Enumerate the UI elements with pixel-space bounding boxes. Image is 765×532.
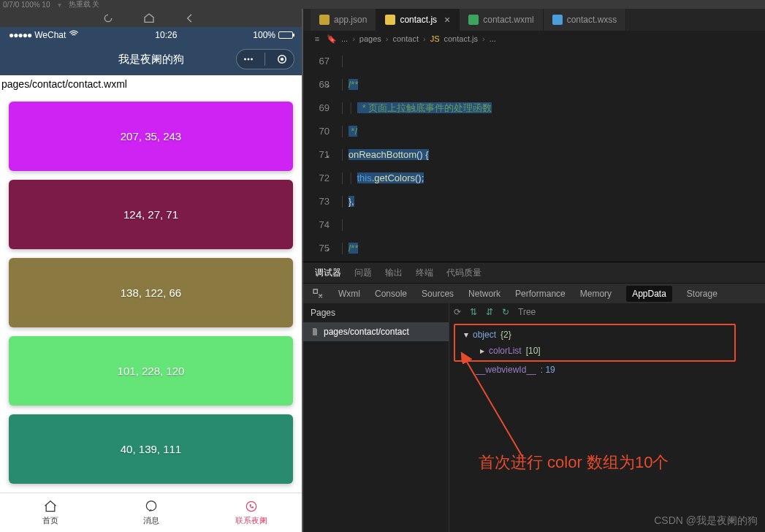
file-icon: [311, 327, 319, 336]
carrier-label: WeChat: [34, 30, 66, 40]
structure-icon[interactable]: ≡: [312, 34, 322, 44]
bookmark-icon[interactable]: 🔖: [327, 34, 337, 44]
tool-icon[interactable]: ↻: [502, 307, 509, 317]
annotation-text: 首次进行 color 数组为10个: [479, 452, 669, 474]
color-item[interactable]: 124, 27, 71: [9, 180, 293, 249]
editor-tab[interactable]: contact.wxml: [460, 9, 543, 31]
bc-pages[interactable]: pages: [359, 34, 381, 43]
pages-title: Pages: [303, 303, 449, 322]
devtools-tab[interactable]: Storage: [687, 289, 718, 299]
wifi-icon: [69, 29, 79, 42]
debugger-primary-tabs: 调试器问题输出终端代码质量: [303, 262, 765, 283]
tab-label: app.json: [334, 15, 367, 25]
inspect-icon[interactable]: [312, 288, 324, 300]
debugger-tab[interactable]: 代码质量: [446, 267, 482, 279]
target-icon[interactable]: [275, 53, 289, 66]
debugger-tab[interactable]: 终端: [416, 267, 433, 279]
phone-icon: [244, 499, 259, 514]
debugger-body: Pages pages/contact/contact ⟳ ⇅ ⇵ ↻ Tree: [303, 303, 765, 532]
line-gutter: 6768⌄697071⌄72737475⌄: [303, 47, 340, 262]
phone-tabbar: 首页消息联系夜阑: [0, 493, 302, 532]
watermark: CSDN @我是夜阑的狗: [654, 514, 758, 528]
close-icon[interactable]: ×: [444, 14, 450, 26]
tab-label: contact.js: [400, 15, 437, 25]
tree-toolbar: ⟳ ⇅ ⇵ ↻ Tree: [449, 303, 765, 321]
color-item[interactable]: 40, 139, 111: [9, 414, 293, 484]
devtools-tabs: WxmlConsoleSourcesNetworkPerformanceMemo…: [303, 283, 765, 303]
color-item[interactable]: 101, 228, 120: [9, 336, 293, 406]
devtools-tab[interactable]: Console: [375, 289, 407, 299]
page-path-text: pages/contact/contact.wxml: [0, 75, 302, 93]
tabbar-item[interactable]: 联系夜阑: [201, 493, 302, 532]
svg-point-6: [247, 501, 256, 511]
simulator-toolbar: [0, 9, 302, 27]
tab-label: contact.wxss: [567, 15, 617, 25]
devtools-tab[interactable]: Performance: [515, 289, 566, 299]
editor-tabs: app.jsoncontact.js×contact.wxmlcontact.w…: [303, 9, 765, 31]
svg-point-1: [248, 58, 249, 60]
breadcrumb[interactable]: ≡ 🔖 ...› pages› contact› JS contact.js› …: [303, 31, 765, 47]
tabbar-label: 消息: [143, 515, 159, 526]
appdata-tree: ⟳ ⇅ ⇵ ↻ Tree ▾ object {2}: [449, 303, 765, 532]
devtools-tab[interactable]: AppData: [626, 286, 672, 302]
bc-contact[interactable]: contact: [393, 34, 419, 43]
editor-panel: app.jsoncontact.js×contact.wxmlcontact.w…: [303, 9, 765, 532]
tabbar-item[interactable]: 消息: [101, 493, 202, 532]
dimension-readout: 0/7/0 100% 10: [3, 1, 50, 9]
nav-title: 我是夜阑的狗: [118, 53, 184, 66]
debugger-tab[interactable]: 问题: [354, 267, 372, 279]
phone-preview: ●●●●● WeChat 10:26 100% 我是夜阑的狗: [0, 27, 302, 532]
home-icon: [43, 499, 58, 514]
tabbar-item[interactable]: 首页: [0, 493, 101, 532]
tree-mode-label[interactable]: Tree: [518, 307, 536, 317]
tabbar-label: 联系夜阑: [235, 515, 267, 526]
editor-tab[interactable]: contact.wxss: [544, 9, 627, 31]
devtools-tab[interactable]: Sources: [422, 289, 454, 299]
debugger-tab[interactable]: 输出: [385, 267, 403, 279]
code-lines[interactable]: │ │ /**│ │ * 页面上拉触底事件的处理函数│ */│ onReachB…: [340, 47, 765, 262]
svg-point-4: [281, 58, 283, 61]
clock-label: 10:26: [155, 30, 177, 40]
color-item[interactable]: 207, 35, 243: [9, 102, 293, 171]
devtools-tab[interactable]: Wxml: [338, 289, 360, 299]
phone-body[interactable]: pages/contact/contact.wxml 207, 35, 2431…: [0, 75, 302, 493]
phone-status-bar: ●●●●● WeChat 10:26 100%: [0, 27, 302, 43]
editor-tab[interactable]: contact.js×: [376, 9, 460, 31]
battery-icon: [278, 31, 293, 39]
editor-tab[interactable]: app.json: [311, 9, 376, 31]
wxss-icon: [552, 15, 563, 25]
phone-nav-bar: 我是夜阑的狗: [0, 43, 302, 75]
pages-pane: Pages pages/contact/contact: [303, 303, 449, 532]
svg-line-7: [463, 354, 522, 457]
tab-label: contact.wxml: [483, 15, 533, 25]
simulator-panel: ●●●●● WeChat 10:26 100% 我是夜阑的狗: [0, 9, 303, 532]
bc-file[interactable]: contact.js: [444, 34, 477, 43]
back-icon[interactable]: [184, 12, 196, 24]
menu-dots-icon[interactable]: [242, 53, 255, 66]
top-toolbar: 0/7/0 100% 10 ▾ 热重载 关: [0, 0, 765, 9]
refresh-icon[interactable]: [102, 12, 114, 24]
message-icon: [144, 499, 159, 514]
refresh-icon[interactable]: ⟳: [454, 307, 461, 317]
svg-point-2: [251, 58, 252, 60]
page-list-item[interactable]: pages/contact/contact: [303, 322, 449, 341]
bc-ellipsis[interactable]: ...: [341, 34, 348, 43]
bc-more[interactable]: ...: [490, 34, 496, 43]
devtools-tab[interactable]: Memory: [580, 289, 612, 299]
js-icon: JS: [430, 34, 440, 43]
debugger-tab[interactable]: 调试器: [315, 267, 341, 279]
color-item[interactable]: 138, 122, 66: [9, 258, 293, 327]
color-list[interactable]: 207, 35, 243124, 27, 71138, 122, 66101, …: [0, 102, 302, 484]
tool-icon[interactable]: ⇵: [486, 307, 493, 317]
home-icon[interactable]: [143, 12, 155, 24]
page-item-label: pages/contact/contact: [324, 327, 409, 337]
js-icon: [385, 15, 395, 25]
tool-icon[interactable]: ⇅: [470, 307, 477, 317]
code-editor[interactable]: 6768⌄697071⌄72737475⌄ │ │ /**│ │ * 页面上拉触…: [303, 47, 765, 262]
capsule-button[interactable]: [236, 49, 294, 69]
tabbar-label: 首页: [42, 515, 58, 526]
devtools-tab[interactable]: Network: [468, 289, 501, 299]
wxml-icon: [468, 15, 479, 25]
battery-percent: 100%: [253, 30, 275, 40]
svg-point-5: [146, 501, 156, 511]
